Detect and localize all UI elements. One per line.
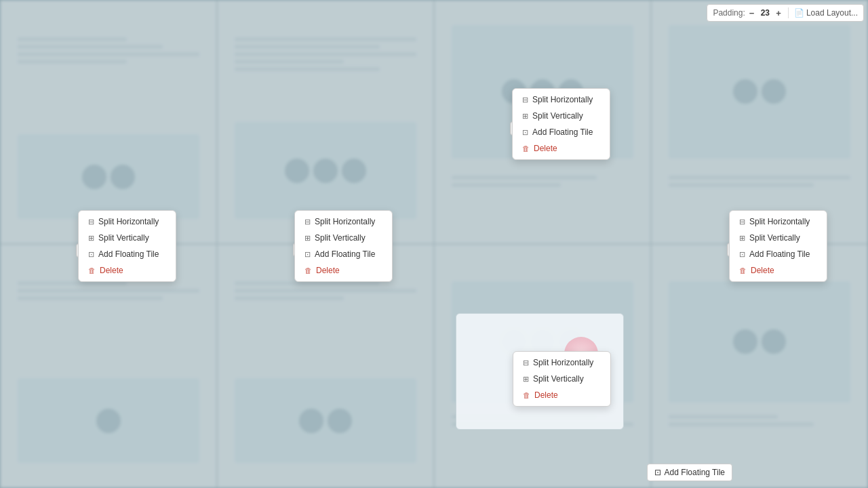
context-menu-2: ⊟ Split Horizontally ⊞ Split Vertically … (78, 210, 176, 282)
split-v-icon-1: ⊞ (522, 112, 528, 121)
split-h-label-3: Split Horizontally (315, 217, 375, 226)
delete-label-3: Delete (316, 266, 340, 275)
load-layout-button[interactable]: 📄 Load Layout... (794, 8, 858, 18)
split-h-icon-4: ⊟ (739, 218, 745, 226)
split-v-label-1: Split Vertically (532, 111, 583, 121)
context-menu-3: ⊟ Split Horizontally ⊞ Split Vertically … (294, 210, 393, 282)
padding-divider (788, 7, 789, 18)
delete-icon-5: 🗑 (523, 391, 530, 399)
add-float-label-2: Add Floating Tile (98, 249, 159, 259)
delete-label-5: Delete (534, 390, 558, 400)
split-v-icon-3: ⊞ (304, 234, 311, 243)
split-horizontally-5[interactable]: ⊟ Split Horizontally (516, 354, 608, 371)
split-h-icon-1: ⊟ (522, 96, 528, 104)
delete-label-2: Delete (100, 266, 123, 275)
delete-5[interactable]: 🗑 Delete (516, 387, 608, 403)
delete-label-1: Delete (534, 144, 557, 153)
add-float-icon-3: ⊡ (304, 250, 311, 259)
split-h-label-5: Split Horizontally (533, 358, 593, 367)
split-h-icon-3: ⊟ (304, 218, 311, 226)
delete-3[interactable]: 🗑 Delete (298, 262, 389, 279)
split-v-label-5: Split Vertically (533, 374, 584, 384)
padding-value: 23 (758, 8, 772, 18)
delete-icon-3: 🗑 (304, 266, 312, 274)
add-floating-tile-1[interactable]: ⊡ Add Floating Tile (515, 124, 607, 140)
split-vertically-1[interactable]: ⊞ Split Vertically (515, 108, 607, 124)
split-horizontally-4[interactable]: ⊟ Split Horizontally (732, 214, 824, 230)
split-h-label-1: Split Horizontally (532, 95, 593, 104)
main-content: Padding: − 23 + 📄 Load Layout... ⊟ Split… (0, 0, 868, 488)
context-menu-5: ⊟ Split Horizontally ⊞ Split Vertically … (513, 351, 611, 407)
delete-1[interactable]: 🗑 Delete (515, 140, 607, 157)
split-vertically-5[interactable]: ⊞ Split Vertically (516, 371, 608, 387)
split-v-icon-5: ⊞ (523, 375, 529, 384)
add-float-label-4: Add Floating Tile (749, 249, 810, 259)
add-float-icon-4: ⊡ (739, 250, 745, 259)
split-horizontally-1[interactable]: ⊟ Split Horizontally (515, 92, 607, 108)
padding-control: Padding: − 23 + 📄 Load Layout... (707, 4, 864, 22)
delete-icon-2: 🗑 (88, 266, 96, 274)
context-menu-1: ⊟ Split Horizontally ⊞ Split Vertically … (512, 88, 610, 160)
load-layout-icon: 📄 (794, 8, 804, 18)
split-v-label-3: Split Vertically (315, 233, 366, 243)
add-floating-bottom-icon: ⊡ (654, 468, 661, 477)
split-horizontally-2[interactable]: ⊟ Split Horizontally (81, 214, 173, 230)
delete-2[interactable]: 🗑 Delete (81, 262, 173, 279)
split-horizontally-3[interactable]: ⊟ Split Horizontally (298, 214, 389, 230)
split-v-icon-2: ⊞ (88, 234, 94, 243)
add-floating-tile-4[interactable]: ⊡ Add Floating Tile (732, 246, 824, 262)
add-floating-tile-3[interactable]: ⊡ Add Floating Tile (298, 246, 389, 262)
delete-icon-4: 🗑 (739, 266, 747, 274)
split-h-label-4: Split Horizontally (749, 217, 810, 226)
add-float-label-1: Add Floating Tile (532, 127, 593, 137)
add-floating-bottom-label: Add Floating Tile (665, 468, 725, 477)
delete-icon-1: 🗑 (522, 144, 530, 152)
add-floating-tile-2[interactable]: ⊡ Add Floating Tile (81, 246, 173, 262)
delete-4[interactable]: 🗑 Delete (732, 262, 824, 279)
context-menu-4: ⊟ Split Horizontally ⊞ Split Vertically … (729, 210, 827, 282)
split-v-icon-4: ⊞ (739, 234, 745, 243)
split-v-label-4: Split Vertically (749, 233, 800, 243)
padding-label: Padding: (713, 8, 745, 18)
split-h-icon-2: ⊟ (88, 218, 94, 226)
padding-plus-button[interactable]: + (774, 8, 783, 18)
add-float-icon-1: ⊡ (522, 128, 528, 137)
add-float-icon-2: ⊡ (88, 250, 94, 259)
delete-label-4: Delete (751, 266, 774, 275)
split-vertically-4[interactable]: ⊞ Split Vertically (732, 230, 824, 246)
split-vertically-3[interactable]: ⊞ Split Vertically (298, 230, 389, 246)
add-float-label-3: Add Floating Tile (315, 249, 375, 259)
padding-minus-button[interactable]: − (748, 8, 756, 18)
load-layout-label: Load Layout... (806, 8, 858, 18)
add-floating-tile-bottom[interactable]: ⊡ Add Floating Tile (647, 464, 732, 481)
split-h-label-2: Split Horizontally (98, 217, 159, 226)
split-vertically-2[interactable]: ⊞ Split Vertically (81, 230, 173, 246)
split-h-icon-5: ⊟ (523, 359, 529, 367)
split-v-label-2: Split Vertically (98, 233, 149, 243)
